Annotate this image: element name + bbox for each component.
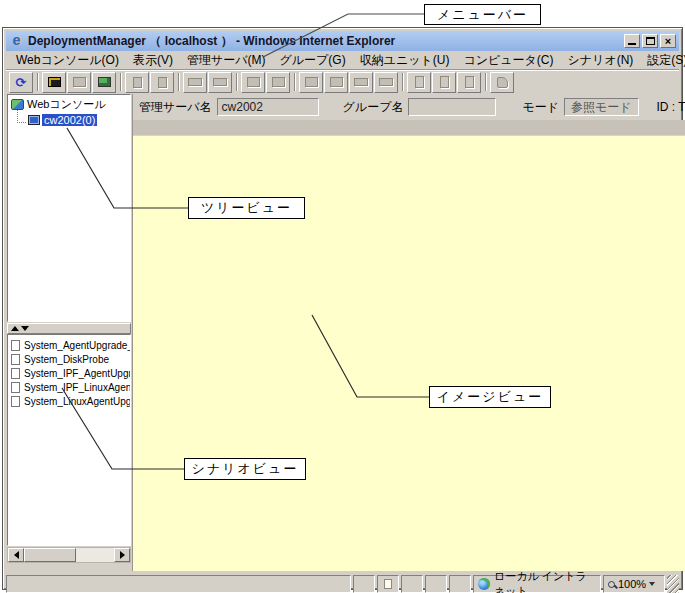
scrollbar-track[interactable] [76, 548, 114, 562]
toolbar-separator [485, 73, 487, 91]
security-zone-pane: ローカル イントラネット [473, 575, 601, 593]
menu-bar: Webコンソール(O) 表示(V) 管理サーバ(M) グループ(G) 収納ユニッ… [6, 51, 679, 70]
screen-wide2-icon [379, 78, 393, 86]
window-body: Webコンソール cw2002(0) [6, 94, 679, 571]
info-bar: 管理サーバ名 cw2002 グループ名 モード 参照モード ID : TID16… [133, 94, 685, 120]
server-name-label: 管理サーバ名 [139, 99, 212, 116]
power-on-icon [133, 77, 142, 88]
screen-wide-button [349, 72, 373, 93]
callout-menu-bar: メニューバー [424, 4, 541, 25]
scenario-list-item[interactable]: System_LinuxAgentUpgr [10, 394, 130, 408]
chevron-down-icon [649, 582, 655, 586]
menu-item[interactable]: Webコンソール(O) [10, 51, 125, 70]
zoom-control[interactable]: 100% [603, 575, 665, 593]
computer-screen-button[interactable] [92, 72, 116, 93]
server-name-field[interactable]: cw2002 [217, 98, 319, 116]
computer-delete-button [67, 72, 91, 93]
callout-image-view: イメージビュー [429, 386, 551, 408]
screenshot-canvas: メニューバー ツリービュー イメージビュー シナリオビュー e Deployme… [0, 0, 685, 593]
magnifier-icon [608, 581, 615, 588]
computer-add-icon [247, 77, 260, 87]
tree-branch-line [17, 110, 26, 123]
refresh-button[interactable]: ⟳ [9, 72, 33, 93]
computer-move-icon [305, 77, 318, 87]
menu-item[interactable]: シナリオ(N) [562, 51, 640, 70]
computer-edit-icon [272, 77, 285, 87]
status-message-pane [6, 575, 351, 593]
scenario-list-item[interactable]: System_IPF_LinuxAgentU [10, 380, 130, 394]
scenario-list-item[interactable]: System_IPF_AgentUpgra [10, 366, 130, 380]
maximize-button[interactable] [642, 34, 658, 48]
scenario-file-icon [11, 340, 20, 351]
status-pane [401, 575, 423, 593]
intranet-globe-icon [478, 578, 490, 590]
power-off-button [150, 72, 174, 93]
tree-root-node[interactable]: Webコンソール [9, 97, 129, 112]
computer-delete-icon [73, 77, 86, 87]
scenario-label: System_LinuxAgentUpgr [24, 396, 130, 407]
toolbar-separator [37, 73, 39, 91]
status-pane [425, 575, 447, 593]
scenario-run-icon [497, 77, 508, 88]
menu-item[interactable]: コンピュータ(C) [457, 51, 559, 70]
computer-screen-icon [98, 77, 111, 87]
scroll-right-button[interactable] [114, 548, 130, 562]
tree-selected-label: cw2002(0) [42, 114, 97, 126]
scenario-list-item[interactable]: System_DiskProbe [10, 352, 130, 366]
scroll-left-button[interactable] [8, 548, 24, 562]
scenario-label: System_DiskProbe [24, 354, 109, 365]
group-name-label: グループ名 [343, 99, 404, 116]
scenario-file-icon [11, 382, 20, 393]
menu-item[interactable]: 管理サーバ(M) [181, 51, 272, 70]
main-column: 管理サーバ名 cw2002 グループ名 モード 参照モード ID : TID16… [132, 94, 685, 571]
unit-delete-icon [213, 78, 227, 86]
collapse-up-icon[interactable] [11, 326, 19, 331]
mode-value-box: 参照モード [564, 98, 639, 116]
computer-edit-button [266, 72, 290, 93]
tree-child-node[interactable]: cw2002(0) [9, 112, 129, 127]
menu-item[interactable]: グループ(G) [273, 51, 351, 70]
collapse-down-icon[interactable] [21, 326, 29, 331]
computer-import-icon [48, 77, 61, 87]
status-pane [377, 575, 399, 593]
scenario-edit-icon [440, 76, 449, 88]
toolbar-separator [402, 73, 404, 91]
menu-item[interactable]: 収納ユニット(U) [354, 51, 456, 70]
refresh-icon: ⟳ [16, 76, 27, 89]
scenario-label: System_AgentUpgrade_M [24, 340, 130, 351]
scenario-new-icon [415, 76, 424, 88]
horizontal-scrollbar[interactable] [7, 547, 131, 563]
group-name-field[interactable] [408, 98, 496, 116]
close-icon: × [665, 36, 671, 46]
unit-delete-button [208, 72, 232, 93]
window-title: DeploymentManager （ localhost ） - Window… [28, 33, 624, 50]
scrollbar-thumb[interactable] [24, 548, 76, 562]
tree-view-panel[interactable]: Webコンソール cw2002(0) [7, 94, 131, 322]
callout-scenario-view: シナリオビュー [184, 458, 306, 480]
scenario-file-icon [11, 368, 20, 379]
screen-wide2-button [374, 72, 398, 93]
toolbar-separator [236, 73, 238, 91]
resize-grip[interactable] [667, 575, 679, 593]
power-on-button [125, 72, 149, 93]
tree-root-label: Webコンソール [27, 97, 105, 112]
menu-item[interactable]: 設定(S) [641, 51, 685, 70]
status-pane [449, 575, 471, 593]
scenario-delete-icon [465, 76, 474, 88]
scenario-list-item[interactable]: System_AgentUpgrade_M [10, 338, 130, 352]
toolbar-separator [294, 73, 296, 91]
scenario-label: System_IPF_AgentUpgra [24, 368, 130, 379]
scenario-view-panel[interactable]: System_AgentUpgrade_M System_DiskProbe S… [7, 334, 131, 546]
close-button[interactable]: × [660, 34, 676, 48]
panel-splitter[interactable] [7, 323, 131, 334]
status-bar: ローカル イントラネット 100% [6, 571, 679, 593]
scenario-edit-button [432, 72, 456, 93]
callout-tree-view: ツリービュー [188, 197, 305, 219]
computer-import-button[interactable] [42, 72, 66, 93]
title-bar[interactable]: e DeploymentManager （ localhost ） - Wind… [6, 31, 679, 51]
power-off-icon [158, 77, 167, 88]
computer-move-button [299, 72, 323, 93]
computer-copy-button [324, 72, 348, 93]
menu-item[interactable]: 表示(V) [127, 51, 179, 70]
minimize-button[interactable] [624, 34, 640, 48]
